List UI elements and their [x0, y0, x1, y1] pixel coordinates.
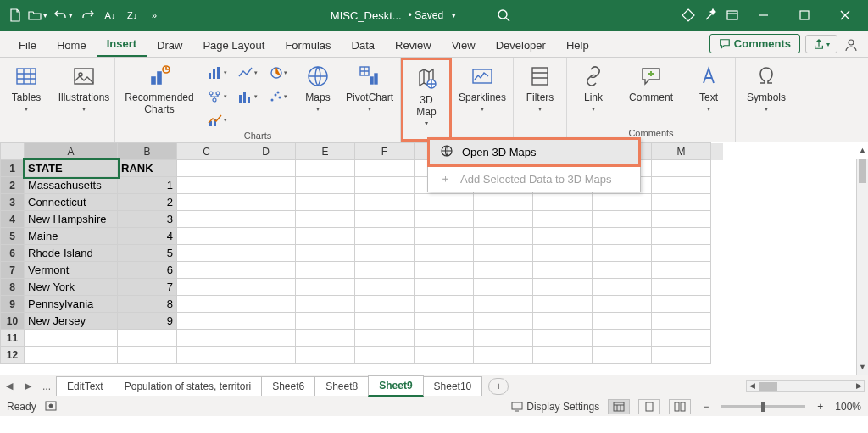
sheet-tab[interactable]: Population of states, territori: [114, 376, 262, 396]
column-chart-button[interactable]: ▾: [203, 63, 231, 83]
text-button[interactable]: Text▾: [687, 59, 730, 113]
row-header[interactable]: 1: [1, 160, 25, 177]
macro-record-icon[interactable]: [45, 400, 57, 414]
col-header-f[interactable]: F: [355, 143, 415, 160]
col-header-d[interactable]: D: [236, 143, 296, 160]
sparklines-button[interactable]: Sparklines▾: [457, 59, 508, 113]
comment-button[interactable]: Comment: [626, 59, 676, 103]
zoom-in-button[interactable]: +: [814, 401, 826, 413]
cell[interactable]: 4: [118, 228, 177, 245]
cell[interactable]: New Jersey: [25, 313, 118, 330]
view-page-layout-button[interactable]: [638, 399, 660, 414]
display-settings[interactable]: Display Settings: [511, 401, 599, 413]
col-header-b[interactable]: B: [118, 143, 177, 160]
undo-icon[interactable]: ▾: [49, 5, 76, 25]
line-chart-button[interactable]: ▾: [234, 63, 261, 83]
symbols-button[interactable]: Symbols▾: [741, 59, 792, 113]
add-sheet-button[interactable]: +: [488, 378, 509, 395]
cell[interactable]: Rhode Island: [25, 245, 118, 262]
tab-insert[interactable]: Insert: [97, 32, 147, 57]
tab-home[interactable]: Home: [47, 34, 97, 57]
tab-file[interactable]: File: [8, 34, 47, 57]
row-header[interactable]: 3: [1, 194, 25, 211]
hierarchy-chart-button[interactable]: ▾: [203, 86, 231, 107]
cell[interactable]: New Hampshire: [25, 211, 118, 228]
sheet-tab[interactable]: Sheet10: [423, 376, 483, 396]
cell[interactable]: 8: [118, 296, 177, 313]
open-file-icon[interactable]: ▾: [27, 5, 47, 25]
row-header[interactable]: 12: [1, 347, 25, 364]
redo-icon[interactable]: [78, 5, 98, 25]
col-header-m[interactable]: M: [652, 143, 711, 160]
ribbon-mode-icon[interactable]: [722, 5, 743, 25]
illustrations-button[interactable]: Illustrations▾: [58, 59, 109, 113]
sheet-tab[interactable]: Sheet6: [261, 376, 315, 396]
user-icon[interactable]: [843, 38, 860, 52]
maximize-button[interactable]: [785, 0, 824, 31]
cell[interactable]: Pennsylvania: [25, 296, 118, 313]
zoom-level[interactable]: 100%: [835, 401, 861, 413]
sort-asc-icon[interactable]: A↓: [100, 5, 120, 25]
row-header[interactable]: 6: [1, 245, 25, 262]
comments-button[interactable]: Comments: [709, 34, 800, 53]
row-header[interactable]: 4: [1, 211, 25, 228]
cell[interactable]: New York: [25, 279, 118, 296]
cell[interactable]: 3: [118, 211, 177, 228]
new-file-icon[interactable]: [5, 5, 25, 25]
sheet-tab-active[interactable]: Sheet9: [368, 375, 423, 397]
row-header[interactable]: 2: [1, 177, 25, 194]
statistic-chart-button[interactable]: ▾: [234, 86, 261, 107]
save-status[interactable]: • Saved: [409, 9, 444, 21]
minimize-button[interactable]: [744, 0, 783, 31]
tab-data[interactable]: Data: [342, 34, 385, 57]
sheet-tab[interactable]: Sheet8: [314, 376, 369, 396]
col-header-c[interactable]: C: [177, 143, 236, 160]
tab-help[interactable]: Help: [556, 34, 599, 57]
col-header-e[interactable]: E: [296, 143, 355, 160]
more-qat-icon[interactable]: »: [144, 5, 164, 25]
tab-view[interactable]: View: [442, 34, 486, 57]
cell[interactable]: 6: [118, 262, 177, 279]
sort-desc-icon[interactable]: Z↓: [122, 5, 142, 25]
row-header[interactable]: 5: [1, 228, 25, 245]
pivotchart-button[interactable]: PivotChart▾: [344, 59, 395, 113]
open-3d-maps-item[interactable]: Open 3D Maps: [427, 137, 641, 167]
scatter-chart-button[interactable]: ▾: [264, 86, 292, 107]
cell[interactable]: 1: [118, 177, 177, 194]
cell[interactable]: Massachusetts: [25, 177, 118, 194]
horizontal-scrollbar[interactable]: ◀▶: [746, 380, 865, 392]
zoom-slider[interactable]: [721, 405, 805, 408]
cell[interactable]: Vermont: [25, 262, 118, 279]
row-header[interactable]: 8: [1, 279, 25, 296]
row-header[interactable]: 11: [1, 330, 25, 347]
cell[interactable]: 5: [118, 245, 177, 262]
wand-icon[interactable]: [700, 5, 721, 25]
link-button[interactable]: Link▾: [572, 59, 615, 113]
col-header-a[interactable]: A: [25, 143, 118, 160]
cell[interactable]: Connecticut: [25, 194, 118, 211]
share-button[interactable]: ▾: [805, 35, 837, 53]
row-header[interactable]: 10: [1, 313, 25, 330]
cell[interactable]: 2: [118, 194, 177, 211]
row-header[interactable]: 7: [1, 262, 25, 279]
tab-draw[interactable]: Draw: [147, 34, 192, 57]
combo-chart-button[interactable]: ▾: [203, 110, 231, 130]
zoom-out-button[interactable]: −: [699, 401, 712, 413]
tab-page-layout[interactable]: Page Layout: [192, 34, 275, 57]
view-normal-button[interactable]: [608, 399, 630, 414]
row-header[interactable]: 9: [1, 296, 25, 313]
cell[interactable]: 9: [118, 313, 177, 330]
filters-button[interactable]: Filters▾: [519, 59, 561, 113]
view-page-break-button[interactable]: [669, 399, 691, 414]
3d-map-button[interactable]: 3D Map▾: [405, 62, 448, 127]
cell[interactable]: Maine: [25, 228, 118, 245]
pie-chart-button[interactable]: ▾: [264, 63, 292, 83]
sheet-nav-next[interactable]: ▶: [19, 380, 37, 391]
vertical-scrollbar[interactable]: ▲▼: [856, 159, 868, 375]
sheet-overflow[interactable]: ...: [37, 380, 56, 392]
cell[interactable]: 7: [118, 279, 177, 296]
sheet-tab[interactable]: EditText: [56, 376, 114, 396]
search-icon[interactable]: [495, 5, 512, 25]
recommended-charts-button[interactable]: Recommended Charts: [120, 59, 198, 115]
tab-formulas[interactable]: Formulas: [275, 34, 341, 57]
